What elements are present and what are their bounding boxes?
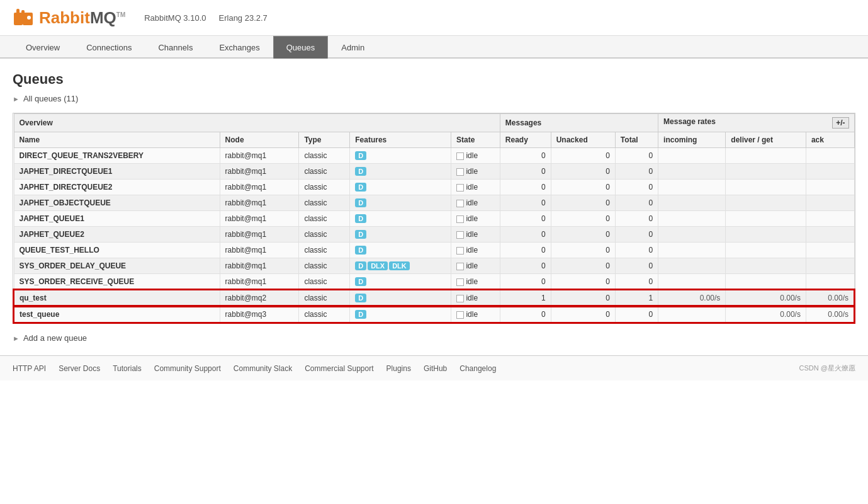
queue-name: test_queue [14, 306, 220, 323]
table-row[interactable]: DIRECT_QUEUE_TRANS2VEBERYrabbit@mq1class… [14, 148, 854, 164]
footer-link-community-support[interactable]: Community Support [154, 364, 221, 373]
group-message-rates: Message rates +/- [658, 114, 854, 132]
feature-badge-d: D [355, 214, 366, 223]
feature-badge-d: D [355, 230, 366, 239]
queue-node: rabbit@mq1 [220, 148, 299, 164]
queue-incoming [658, 195, 726, 211]
queue-type: classic [299, 195, 350, 211]
queue-features: D [350, 148, 451, 164]
queue-name: QUEUE_TEST_HELLO [14, 243, 220, 258]
queue-unacked: 0 [551, 274, 615, 290]
queue-incoming [658, 306, 726, 323]
queue-node: rabbit@mq1 [220, 274, 299, 290]
table-row[interactable]: test_queuerabbit@mq3classicD idle0000.00… [14, 306, 854, 323]
table-row[interactable]: JAPHET_DIRECTQUEUE1rabbit@mq1classicD id… [14, 164, 854, 180]
nav-channels[interactable]: Channels [145, 36, 206, 59]
queue-incoming [658, 258, 726, 274]
group-header-row: Overview Messages Message rates +/- [14, 114, 854, 132]
queue-name: JAPHET_DIRECTQUEUE1 [14, 164, 220, 180]
nav-connections[interactable]: Connections [73, 36, 145, 59]
queue-name: qu_test [14, 290, 220, 306]
queue-name: SYS_ORDER_DELAY_QUEUE [14, 258, 220, 274]
feature-badge-d: D [355, 151, 366, 160]
queue-ack [806, 148, 854, 164]
queue-name: JAPHET_DIRECTQUEUE2 [14, 180, 220, 195]
footer-link-server-docs[interactable]: Server Docs [59, 364, 100, 373]
table-row[interactable]: JAPHET_QUEUE1rabbit@mq1classicD idle000 [14, 211, 854, 227]
footer: HTTP APIServer DocsTutorialsCommunity Su… [0, 355, 868, 381]
footer-link-plugins[interactable]: Plugins [386, 364, 411, 373]
queue-ready: 0 [500, 243, 551, 258]
footer-link-commercial-support[interactable]: Commercial Support [305, 364, 373, 373]
feature-badge-d: D [355, 167, 366, 176]
table-row[interactable]: JAPHET_DIRECTQUEUE2rabbit@mq1classicD id… [14, 180, 854, 195]
queue-incoming [658, 211, 726, 227]
queue-state: idle [451, 180, 500, 195]
queue-ack [806, 180, 854, 195]
table-row[interactable]: QUEUE_TEST_HELLOrabbit@mq1classicD idle0… [14, 243, 854, 258]
logo-tm: TM [116, 11, 125, 18]
col-total: Total [615, 132, 658, 148]
all-queues-toggle[interactable]: ► All queues (11) [13, 94, 855, 103]
queue-ack [806, 274, 854, 290]
queue-incoming [658, 180, 726, 195]
queue-incoming [658, 148, 726, 164]
state-checkbox [456, 200, 464, 207]
queue-name: DIRECT_QUEUE_TRANS2VEBERY [14, 148, 220, 164]
footer-credit: CSDN @星火燎愿 [799, 364, 855, 373]
table-row[interactable]: JAPHET_QUEUE2rabbit@mq1classicD idle000 [14, 227, 854, 243]
queue-unacked: 0 [551, 258, 615, 274]
feature-badge-d: D [355, 294, 366, 302]
col-name: Name [14, 132, 220, 148]
queue-features: D [350, 180, 451, 195]
svg-rect-1 [16, 9, 20, 15]
queue-node: rabbit@mq2 [220, 290, 299, 306]
queue-incoming [658, 227, 726, 243]
footer-link-community-slack[interactable]: Community Slack [234, 364, 292, 373]
queue-type: classic [299, 258, 350, 274]
queue-features: DDLXDLK [350, 258, 451, 274]
queue-type: classic [299, 243, 350, 258]
plus-minus-button[interactable]: +/- [832, 117, 848, 129]
queue-deliver-get [726, 148, 806, 164]
queue-ready: 0 [500, 211, 551, 227]
add-queue-toggle[interactable]: ► Add a new queue [13, 333, 855, 343]
col-ack: ack [806, 132, 854, 148]
queue-ready: 0 [500, 227, 551, 243]
queues-table-container: Overview Messages Message rates +/- Name… [13, 113, 855, 324]
queue-state: idle [451, 227, 500, 243]
table-row[interactable]: qu_testrabbit@mq2classicD idle1010.00/s0… [14, 290, 854, 306]
queue-total: 0 [615, 148, 658, 164]
queue-deliver-get [726, 274, 806, 290]
queue-state: idle [451, 211, 500, 227]
queue-total: 0 [615, 243, 658, 258]
nav-exchanges[interactable]: Exchanges [206, 36, 273, 59]
queue-features: D [350, 306, 451, 323]
footer-link-tutorials[interactable]: Tutorials [113, 364, 142, 373]
nav-queues[interactable]: Queues [273, 36, 329, 59]
all-queues-label: All queues (11) [23, 94, 78, 103]
queue-unacked: 0 [551, 243, 615, 258]
queue-unacked: 0 [551, 227, 615, 243]
queue-unacked: 0 [551, 211, 615, 227]
table-row[interactable]: JAPHET_OBJECTQUEUErabbit@mq1classicD idl… [14, 195, 854, 211]
col-ready: Ready [500, 132, 551, 148]
table-row[interactable]: SYS_ORDER_DELAY_QUEUErabbit@mq1classicDD… [14, 258, 854, 274]
col-deliver-get: deliver / get [726, 132, 806, 148]
queue-total: 1 [615, 290, 658, 306]
footer-link-changelog[interactable]: Changelog [459, 364, 496, 373]
state-checkbox [456, 168, 464, 176]
col-features: Features [350, 132, 451, 148]
nav-admin[interactable]: Admin [328, 36, 378, 59]
queue-ack: 0.00/s [806, 290, 854, 306]
nav-overview[interactable]: Overview [13, 36, 73, 59]
queue-total: 0 [615, 227, 658, 243]
queue-node: rabbit@mq1 [220, 211, 299, 227]
queue-type: classic [299, 227, 350, 243]
erlang-version: Erlang 23.2.7 [219, 13, 268, 23]
queue-ack: 0.00/s [806, 306, 854, 323]
footer-link-github[interactable]: GitHub [424, 364, 447, 373]
footer-link-http-api[interactable]: HTTP API [13, 364, 46, 373]
table-row[interactable]: SYS_ORDER_RECEIVE_QUEUErabbit@mq1classic… [14, 274, 854, 290]
feature-badge-d: D [355, 183, 366, 192]
